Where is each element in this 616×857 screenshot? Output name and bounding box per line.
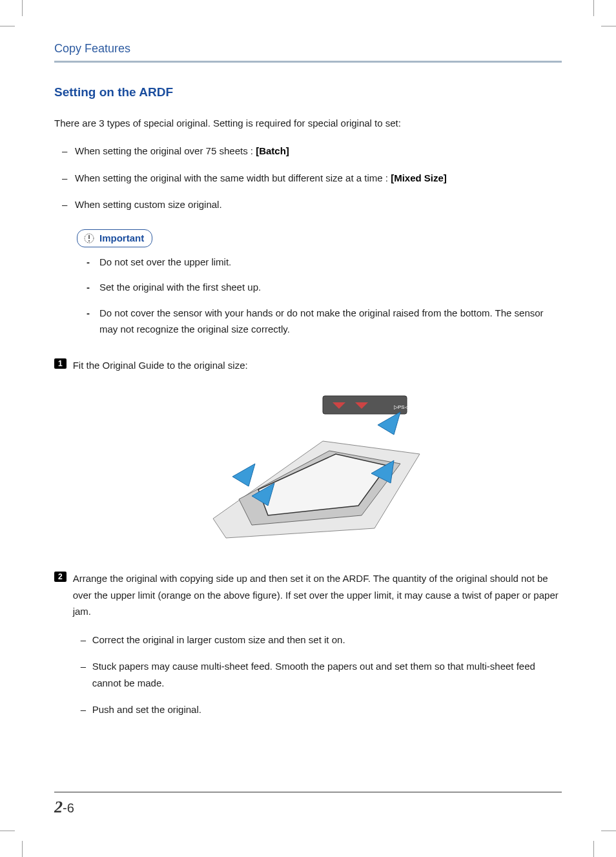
type-bullet-list: When setting the original over 75 sheets… — [54, 143, 562, 213]
important-callout: Important — [77, 229, 152, 247]
page-number: 2-6 — [54, 798, 74, 817]
important-list: Do not set over the upper limit. Set the… — [77, 254, 562, 338]
intro-text: There are 3 types of special original. S… — [54, 116, 562, 131]
step-1: 1 Fit the Original Guide to the original… — [54, 357, 562, 374]
list-item: When setting the original over 75 sheets… — [54, 143, 562, 160]
list-item: Push and set the original. — [73, 701, 562, 718]
list-item: When setting custom size original. — [54, 196, 562, 213]
figure-container: ▷PS◁ — [54, 389, 562, 544]
footer-rule — [54, 792, 562, 792]
important-icon — [83, 232, 96, 245]
svg-rect-2 — [88, 240, 90, 242]
step-badge: 1 — [54, 358, 67, 369]
list-item: Stuck papers may cause multi-sheet feed.… — [73, 658, 562, 691]
section-title: Setting on the ARDF — [54, 85, 562, 99]
step-badge: 2 — [54, 572, 67, 582]
important-label: Important — [99, 232, 144, 243]
list-item: Correct the original in larger custom si… — [73, 632, 562, 648]
step-text: Arrange the original with copying side u… — [73, 570, 562, 728]
step-2: 2 Arrange the original with copying side… — [54, 570, 562, 728]
list-item: Do not cover the sensor with your hands … — [77, 305, 562, 338]
list-item: Do not set over the upper limit. — [77, 254, 562, 271]
svg-rect-1 — [88, 235, 90, 239]
document-page: Copy Features Setting on the ARDF There … — [22, 26, 594, 831]
step-2-sublist: Correct the original in larger custom si… — [73, 632, 562, 718]
header-rule — [54, 61, 562, 63]
list-item: Set the original with the first sheet up… — [77, 279, 562, 296]
step-text: Fit the Original Guide to the original s… — [73, 357, 562, 374]
list-item: When setting the original with the same … — [54, 170, 562, 187]
header-title: Copy Features — [54, 42, 562, 56]
svg-text:▷PS◁: ▷PS◁ — [394, 404, 409, 410]
ardf-illustration: ▷PS◁ — [194, 389, 423, 544]
